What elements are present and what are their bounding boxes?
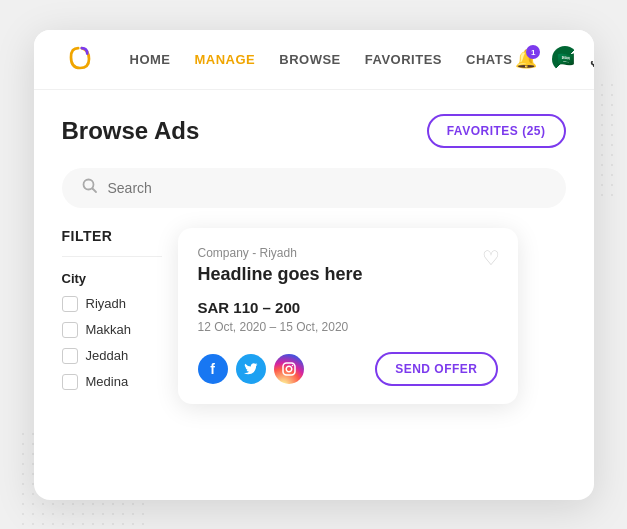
filter-label-jeddah: Jeddah [86,348,129,363]
ad-company: Company - Riyadh [198,246,498,260]
filter-label-medina: Medina [86,374,129,389]
svg-rect-2 [283,363,295,375]
ad-price: SAR 110 – 200 [198,299,498,316]
svg-line-1 [92,188,96,192]
navbar: HOME MANAGE BROWSE FAVORITES CHATS 🔔 1 🇸… [34,30,594,90]
favorites-button[interactable]: FAVORITES (25) [427,114,566,148]
ad-headline: Headline goes here [198,264,498,285]
checkbox-medina[interactable] [62,374,78,390]
arabic-label[interactable]: عربي [590,52,593,67]
nav-favorites[interactable]: FAVORITES [365,52,442,67]
send-offer-button[interactable]: SEND OFFER [375,352,497,386]
nav-right: 🔔 1 🇸🇦 عربي [512,45,593,73]
filter-label-makkah: Makkah [86,322,132,337]
body-layout: FILTER City Riyadh Makkah Jeddah [62,228,566,404]
svg-point-3 [286,366,292,372]
filter-item-medina: Medina [62,374,162,390]
filter-item-makkah: Makkah [62,322,162,338]
nav-links: HOME MANAGE BROWSE FAVORITES CHATS [130,52,513,67]
twitter-icon[interactable] [236,354,266,384]
filter-sidebar: FILTER City Riyadh Makkah Jeddah [62,228,162,404]
nav-home[interactable]: HOME [130,52,171,67]
filter-city-title: City [62,271,162,286]
search-icon [82,178,98,198]
nav-manage[interactable]: MANAGE [195,52,256,67]
notification-icon[interactable]: 🔔 1 [512,45,540,73]
svg-point-4 [291,364,293,366]
checkbox-jeddah[interactable] [62,348,78,364]
nav-chats[interactable]: CHATS [466,52,512,67]
social-icons: f [198,354,304,384]
instagram-icon[interactable] [274,354,304,384]
filter-divider [62,256,162,257]
main-content: Browse Ads FAVORITES (25) FILTER [34,90,594,404]
logo [62,41,98,77]
heart-icon[interactable]: ♡ [482,246,500,270]
page-wrapper: HOME MANAGE BROWSE FAVORITES CHATS 🔔 1 🇸… [0,0,627,529]
nav-browse[interactable]: BROWSE [279,52,341,67]
search-bar [62,168,566,208]
page-title: Browse Ads [62,117,200,145]
page-header: Browse Ads FAVORITES (25) [62,114,566,148]
filter-item-jeddah: Jeddah [62,348,162,364]
notification-badge: 1 [526,45,540,59]
facebook-icon[interactable]: f [198,354,228,384]
ad-card: Company - Riyadh Headline goes here ♡ SA… [178,228,518,404]
checkbox-makkah[interactable] [62,322,78,338]
search-input[interactable] [108,180,546,196]
filter-item-riyadh: Riyadh [62,296,162,312]
flag-icon: 🇸🇦 [552,46,578,72]
social-row: f [198,352,498,386]
filter-title: FILTER [62,228,162,244]
browser-window: HOME MANAGE BROWSE FAVORITES CHATS 🔔 1 🇸… [34,30,594,500]
filter-label-riyadh: Riyadh [86,296,126,311]
checkbox-riyadh[interactable] [62,296,78,312]
ad-date: 12 Oct, 2020 – 15 Oct, 2020 [198,320,498,334]
